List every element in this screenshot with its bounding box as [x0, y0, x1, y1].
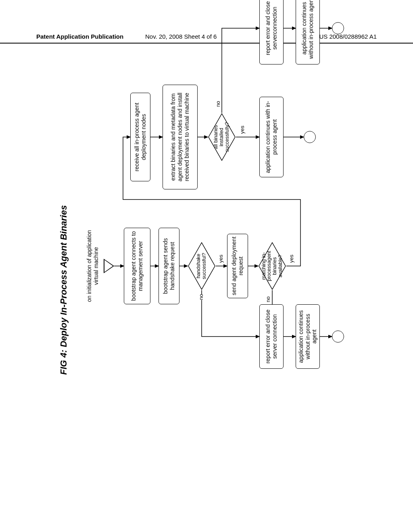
step-continue-without-right: application continues without in-process…: [296, 0, 320, 64]
terminator-left: [332, 330, 344, 343]
figure-title: FIG 4: Deploy In-Process Agent Binaries: [58, 205, 69, 375]
edge-yes-1: yes: [218, 255, 224, 263]
step-report-close-right: report error and close serverconnection: [259, 0, 284, 64]
decision-all-installed: all binaries installed successfully?: [208, 113, 236, 161]
decision-binaries-available-label: matching in-processagent binaries availa…: [261, 246, 284, 286]
diagram-canvas: FIG 4: Deploy In-Process Agent Binaries: [58, 69, 413, 375]
step-continue-without-left: application continues without in-process…: [296, 304, 320, 369]
step-handshake: bootstrap agent sends handshake request: [159, 228, 179, 304]
decision-handshake-label: handshake successful?: [196, 246, 207, 286]
step-receive-nodes: receive all in-process agent deployment …: [130, 93, 150, 181]
start-event-triangle: [104, 259, 114, 273]
step-extract-install: extract binaries and metadata from agent…: [163, 85, 198, 189]
edge-no-2: no: [265, 297, 271, 302]
step-continue-with: application continues with in-process ag…: [259, 97, 284, 177]
decision-handshake: handshake successful?: [188, 242, 216, 290]
edge-yes-2: yes: [288, 255, 294, 263]
edge-yes-3: yes: [239, 126, 245, 134]
decision-all-installed-label: all binaries installed successfully?: [213, 117, 230, 157]
decision-binaries-available: matching in-processagent binaries availa…: [258, 242, 286, 290]
start-event-label: on initialization of application virtual…: [83, 230, 103, 302]
edge-no-1: no: [198, 294, 204, 300]
terminator-right: [332, 22, 344, 34]
step-report-close-left: report error and close server connection: [259, 304, 284, 369]
step-connect: bootstrap agent connects to management s…: [124, 228, 150, 304]
edge-no-3: no: [215, 101, 221, 107]
terminator-mid: [304, 131, 316, 143]
step-send-deploy: send agent deployment request: [227, 234, 248, 298]
